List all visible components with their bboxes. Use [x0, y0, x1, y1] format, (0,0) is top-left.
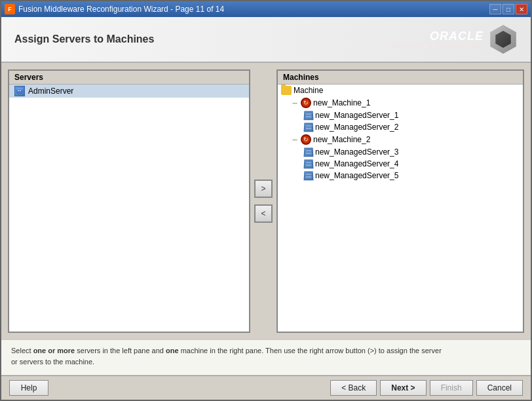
managed-server-icon	[304, 148, 314, 157]
svg-rect-17	[306, 174, 311, 175]
managed-server-label: new_ManagedServer_2	[315, 123, 398, 132]
svg-rect-14	[306, 162, 311, 163]
footer-left: Help	[9, 380, 48, 396]
machines-panel-header: Machines	[278, 71, 523, 85]
main-content: Servers AdminServer	[1, 63, 531, 339]
collapse-icon: ─	[291, 136, 299, 143]
list-item[interactable]: new_ManagedServer_4	[278, 158, 523, 170]
app-icon: F	[5, 4, 15, 14]
svg-rect-16	[305, 172, 312, 179]
managed-server-icon	[304, 172, 314, 181]
machine-label: new_Machine_1	[313, 98, 370, 107]
managed-server-label: new_ManagedServer_5	[315, 171, 398, 180]
minimize-button[interactable]: ─	[489, 4, 501, 14]
title-bar: F Fusion Middleware Reconfiguration Wiza…	[1, 1, 531, 17]
list-item[interactable]: AdminServer	[9, 85, 249, 98]
main-window: F Fusion Middleware Reconfiguration Wiza…	[0, 0, 532, 401]
machine-label: new_Machine_2	[313, 135, 370, 144]
footer-right: < Back Next > Finish Cancel	[330, 380, 523, 396]
tree-root[interactable]: Machine	[278, 85, 523, 96]
list-item[interactable]: ─ new_Machine_1	[278, 96, 523, 109]
transfer-buttons: > <	[250, 69, 276, 333]
help-button[interactable]: Help	[9, 380, 48, 396]
machines-tree: Machine ─ new_Machine_1	[278, 85, 523, 332]
managed-server-label: new_ManagedServer_4	[315, 159, 398, 168]
collapse-icon: ─	[291, 99, 299, 107]
list-item[interactable]: ─ new_Machine_2	[278, 133, 523, 146]
svg-rect-13	[305, 161, 312, 167]
window-controls: ─ □ ✕	[489, 4, 527, 14]
status-text-mid: servers in the left pane and	[75, 347, 166, 354]
wizard-header: Assign Servers to Machines ORACLE FUSION…	[1, 17, 531, 63]
oracle-badge-icon	[489, 25, 518, 54]
managed-server-icon	[304, 111, 314, 121]
svg-rect-4	[305, 112, 312, 119]
svg-rect-6	[306, 116, 311, 117]
managed-server-label: new_ManagedServer_1	[315, 111, 398, 120]
list-item[interactable]: new_ManagedServer_1	[278, 109, 523, 121]
page-title: Assign Servers to Machines	[14, 33, 154, 45]
admin-server-icon	[14, 86, 25, 96]
machines-panel: Machines Machine ─ new_Machine_1	[276, 69, 524, 333]
svg-rect-9	[306, 128, 311, 129]
machine-icon	[301, 98, 311, 108]
admin-server-label: AdminServer	[28, 86, 73, 96]
tree-root-label: Machine	[294, 86, 323, 95]
maximize-button[interactable]: □	[503, 4, 514, 14]
wizard-footer: Help < Back Next > Finish Cancel	[1, 375, 531, 400]
svg-rect-1	[16, 88, 23, 90]
list-item[interactable]: new_ManagedServer_5	[278, 170, 523, 181]
status-bold-1: one or more	[33, 347, 75, 354]
svg-rect-2	[18, 90, 19, 91]
list-item[interactable]: new_ManagedServer_3	[278, 146, 523, 158]
svg-rect-18	[306, 176, 311, 178]
finish-button[interactable]: Finish	[430, 380, 473, 396]
folder-icon	[281, 86, 292, 95]
status-bar: Select one or more servers in the left p…	[1, 339, 531, 375]
cancel-button[interactable]: Cancel	[476, 380, 523, 396]
managed-server-icon	[304, 160, 314, 169]
oracle-sub-text: FUSION MIDDLEWARE	[394, 43, 484, 49]
servers-list: AdminServer	[9, 85, 249, 332]
svg-rect-15	[306, 164, 311, 166]
svg-rect-10	[305, 149, 312, 155]
oracle-logo-text: ORACLE	[430, 29, 484, 43]
machine-icon	[301, 134, 311, 145]
oracle-badge-inner	[495, 31, 512, 48]
svg-rect-5	[306, 113, 311, 115]
back-button[interactable]: < Back	[330, 380, 377, 396]
next-button[interactable]: Next >	[380, 380, 426, 396]
svg-rect-8	[306, 125, 311, 126]
assign-button[interactable]: >	[254, 180, 273, 198]
servers-panel: Servers AdminServer	[8, 69, 250, 333]
panel-wrapper: Servers AdminServer	[8, 69, 524, 333]
svg-rect-3	[20, 90, 21, 91]
list-item[interactable]: new_ManagedServer_2	[278, 121, 523, 133]
servers-panel-header: Servers	[9, 71, 249, 85]
managed-server-label: new_ManagedServer_3	[315, 147, 398, 157]
svg-rect-11	[306, 150, 311, 151]
status-bold-2: one	[166, 347, 179, 354]
unassign-button[interactable]: <	[254, 204, 273, 223]
managed-server-icon	[304, 123, 314, 132]
title-bar-left: F Fusion Middleware Reconfiguration Wiza…	[5, 4, 224, 14]
svg-rect-12	[306, 153, 311, 154]
svg-rect-7	[305, 124, 312, 130]
window-title: Fusion Middleware Reconfiguration Wizard…	[18, 5, 224, 14]
svg-rect-0	[16, 89, 23, 94]
status-text-prefix: Select	[11, 347, 33, 354]
close-button[interactable]: ✕	[516, 4, 527, 14]
